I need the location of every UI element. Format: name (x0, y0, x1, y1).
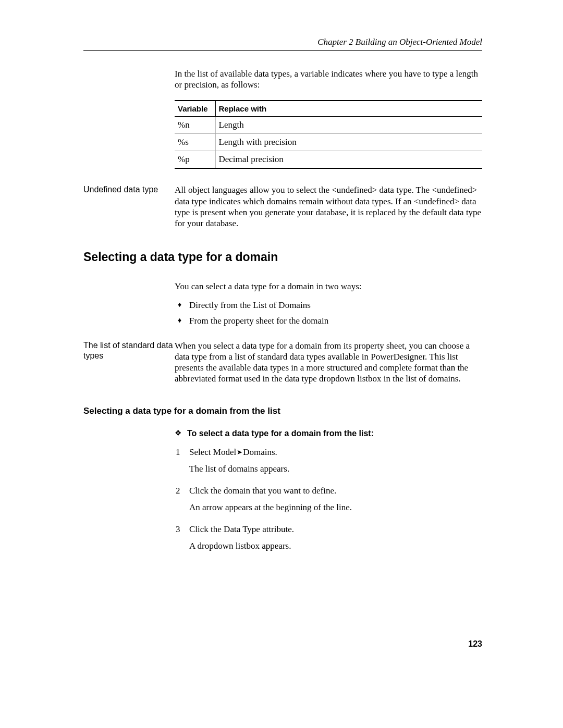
variable-table: Variable Replace with %n Length %s Lengt… (175, 100, 482, 169)
table-cell: %p (175, 151, 215, 169)
intro-paragraph: In the list of available data types, a v… (175, 68, 482, 91)
table-cell: Decimal precision (215, 151, 482, 169)
page-content: Chapter 2 Building an Object-Oriented Mo… (0, 0, 563, 552)
procedure-title-row: ❖ To select a data type for a domain fro… (175, 428, 482, 439)
side-body: All object languages allow you to select… (175, 184, 482, 229)
table-header-replace: Replace with (215, 101, 482, 117)
table-cell: Length (215, 117, 482, 134)
header-rule (83, 50, 482, 51)
block2-intro: You can select a data type for a domain … (175, 281, 482, 292)
menu-arrow-icon: ➤ (236, 448, 243, 456)
subsection-heading: Selecting a data type for a domain from … (83, 405, 482, 417)
page-number: 123 (468, 639, 482, 650)
step: 3 Click the Data Type attribute. A dropd… (175, 524, 482, 552)
step-action: Click the Data Type attribute. (189, 524, 482, 535)
bullet-list: ♦ Directly from the List of Domains ♦ Fr… (175, 300, 482, 327)
step-action: Select Model➤Domains. (189, 447, 482, 458)
table-header-variable: Variable (175, 101, 215, 117)
section-heading: Selecting a data type for a domain (83, 250, 482, 265)
step-number: 3 (175, 524, 189, 535)
list-item: ♦ Directly from the List of Domains (175, 300, 482, 311)
side-label: The list of standard data types (83, 340, 175, 361)
table-row: %p Decimal precision (175, 151, 482, 169)
procedure-title: To select a data type for a domain from … (187, 428, 374, 439)
bullet-icon: ♦ (175, 315, 189, 326)
step-action: Click the domain that you want to define… (189, 485, 482, 497)
table-cell: %s (175, 134, 215, 151)
step-result: The list of domains appears. (189, 463, 482, 475)
step-action-post: Domains. (243, 447, 277, 457)
procedure-steps: 1 Select Model➤Domains. The list of doma… (175, 447, 482, 552)
table-cell: Length with precision (215, 134, 482, 151)
side-body: When you select a data type for a domain… (175, 340, 482, 385)
list-item: ♦ From the property sheet for the domain (175, 315, 482, 327)
step-number: 1 (175, 447, 189, 458)
bullet-text: Directly from the List of Domains (189, 300, 311, 311)
side-block-standard-types: The list of standard data types When you… (83, 340, 482, 385)
step-result: A dropdown listbox appears. (189, 540, 482, 552)
bullet-icon: ♦ (175, 300, 189, 310)
step-number: 2 (175, 485, 189, 497)
table-row: %n Length (175, 117, 482, 134)
running-head: Chapter 2 Building an Object-Oriented Mo… (83, 36, 482, 48)
step-action-pre: Select Model (189, 447, 236, 457)
step: 2 Click the domain that you want to defi… (175, 485, 482, 513)
bullet-text: From the property sheet for the domain (189, 315, 328, 327)
side-label: Undefined data type (83, 184, 175, 195)
procedure-icon: ❖ (175, 428, 187, 439)
intro-block: You can select a data type for a domain … (83, 281, 482, 330)
table-cell: %n (175, 117, 215, 134)
table-row: %s Length with precision (175, 134, 482, 151)
step-result: An arrow appears at the beginning of the… (189, 502, 482, 513)
side-block-undefined: Undefined data type All object languages… (83, 184, 482, 229)
step: 1 Select Model➤Domains. The list of doma… (175, 447, 482, 475)
